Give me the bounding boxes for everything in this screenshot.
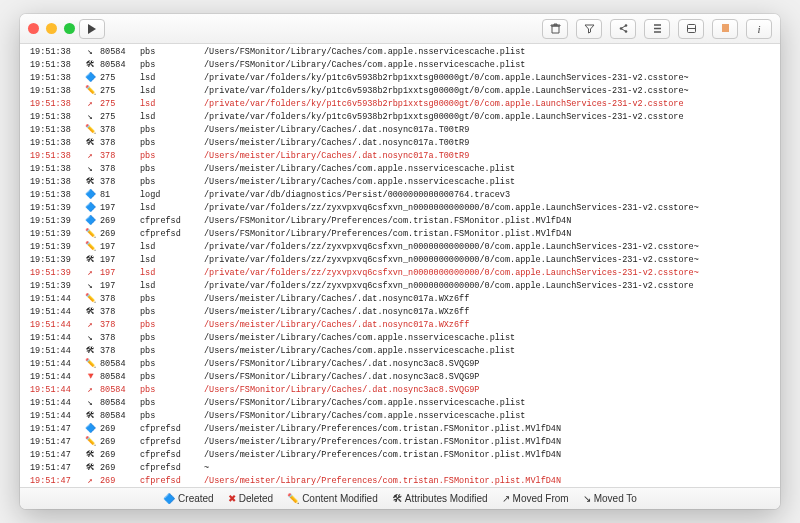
event-list[interactable]: 19:51:38↘80584pbs/Users/FSMonitor/Librar…: [20, 44, 780, 487]
event-pid: 197: [98, 280, 140, 293]
event-row[interactable]: 19:51:44↘80584pbs/Users/FSMonitor/Librar…: [30, 397, 780, 410]
event-row[interactable]: 19:51:38🔷81logd/private/var/db/diagnosti…: [30, 189, 780, 202]
event-row[interactable]: 19:51:39🔷197lsd/private/var/folders/zz/z…: [30, 202, 780, 215]
event-time: 19:51:39: [30, 254, 82, 267]
zoom-button[interactable]: [64, 23, 75, 34]
event-pid: 275: [98, 72, 140, 85]
info-button[interactable]: i: [746, 19, 772, 39]
event-row[interactable]: 19:51:44↗80584pbs/Users/FSMonitor/Librar…: [30, 384, 780, 397]
event-row[interactable]: 19:51:38🛠378pbs/Users/meister/Library/Ca…: [30, 137, 780, 150]
event-type-icon: 🔷: [82, 202, 98, 215]
event-row[interactable]: 19:51:44🛠80584pbs/Users/FSMonitor/Librar…: [30, 410, 780, 423]
event-path: /Users/meister/Library/Caches/.dat.nosyn…: [204, 137, 780, 150]
event-time: 19:51:39: [30, 215, 82, 228]
event-pid: 378: [98, 319, 140, 332]
event-pid: 378: [98, 332, 140, 345]
event-type-icon: ↗: [82, 267, 98, 280]
event-row[interactable]: 19:51:39✏️197lsd/private/var/folders/zz/…: [30, 241, 780, 254]
event-time: 19:51:44: [30, 306, 82, 319]
event-time: 19:51:38: [30, 85, 82, 98]
event-path: /private/var/folders/zz/zyxvpxvq6csfxvn_…: [204, 267, 780, 280]
event-time: 19:51:39: [30, 202, 82, 215]
event-row[interactable]: 19:51:39✏️269cfprefsd/Users/FSMonitor/Li…: [30, 228, 780, 241]
event-process: pbs: [140, 46, 204, 59]
event-pid: 269: [98, 228, 140, 241]
event-time: 19:51:44: [30, 319, 82, 332]
event-row[interactable]: 19:51:47🛠269cfprefsd/Users/meister/Libra…: [30, 449, 780, 462]
event-row[interactable]: 19:51:38🛠378pbs/Users/meister/Library/Ca…: [30, 176, 780, 189]
event-row[interactable]: 19:51:38↗275lsd/private/var/folders/ky/p…: [30, 98, 780, 111]
event-row[interactable]: 19:51:44↗378pbs/Users/meister/Library/Ca…: [30, 319, 780, 332]
event-time: 19:51:38: [30, 98, 82, 111]
event-path: /Users/meister/Library/Preferences/com.t…: [204, 449, 780, 462]
event-time: 19:51:47: [30, 449, 82, 462]
event-time: 19:51:38: [30, 46, 82, 59]
filter-button[interactable]: [576, 19, 602, 39]
event-row[interactable]: 19:51:38🔷275lsd/private/var/folders/ky/p…: [30, 72, 780, 85]
event-row[interactable]: 19:51:39↗197lsd/private/var/folders/zz/z…: [30, 267, 780, 280]
event-row[interactable]: 19:51:39↘197lsd/private/var/folders/zz/z…: [30, 280, 780, 293]
close-button[interactable]: [28, 23, 39, 34]
event-process: cfprefsd: [140, 215, 204, 228]
event-row[interactable]: 19:51:38🛠80584pbs/Users/FSMonitor/Librar…: [30, 59, 780, 72]
event-row[interactable]: 19:51:44🛠378pbs/Users/meister/Library/Ca…: [30, 345, 780, 358]
event-type-icon: 🛠: [82, 59, 98, 72]
event-row[interactable]: 19:51:39🔷269cfprefsd/Users/FSMonitor/Lib…: [30, 215, 780, 228]
legend-created: 🔷Created: [163, 493, 214, 504]
event-row[interactable]: 19:51:38↗378pbs/Users/meister/Library/Ca…: [30, 150, 780, 163]
event-process: lsd: [140, 85, 204, 98]
event-process: lsd: [140, 267, 204, 280]
event-path: /Users/FSMonitor/Library/Caches/com.appl…: [204, 410, 780, 423]
list-view-2-button[interactable]: [678, 19, 704, 39]
event-path: /private/var/db/diagnostics/Persist/0000…: [204, 189, 780, 202]
share-button[interactable]: [610, 19, 636, 39]
event-row[interactable]: 19:51:44↘378pbs/Users/meister/Library/Ca…: [30, 332, 780, 345]
event-pid: 275: [98, 85, 140, 98]
event-row[interactable]: 19:51:47🔷269cfprefsd/Users/meister/Libra…: [30, 423, 780, 436]
event-type-icon: ✏️: [82, 85, 98, 98]
event-row[interactable]: 19:51:39🛠197lsd/private/var/folders/zz/z…: [30, 254, 780, 267]
event-path: /Users/FSMonitor/Library/Caches/.dat.nos…: [204, 384, 780, 397]
event-row[interactable]: 19:51:38✏️378pbs/Users/meister/Library/C…: [30, 124, 780, 137]
event-pid: 378: [98, 293, 140, 306]
event-time: 19:51:38: [30, 137, 82, 150]
event-row[interactable]: 19:51:44✏️378pbs/Users/meister/Library/C…: [30, 293, 780, 306]
event-type-icon: ✏️: [82, 358, 98, 371]
list-view-3-button[interactable]: [712, 19, 738, 39]
event-row[interactable]: 19:51:44✏️80584pbs/Users/FSMonitor/Libra…: [30, 358, 780, 371]
event-type-icon: ✏️: [82, 436, 98, 449]
event-path: /Users/meister/Library/Preferences/com.t…: [204, 475, 780, 487]
event-row[interactable]: 19:51:47✏️269cfprefsd/Users/meister/Libr…: [30, 436, 780, 449]
event-row[interactable]: 19:51:47↗269cfprefsd/Users/meister/Libra…: [30, 475, 780, 487]
event-time: 19:51:39: [30, 267, 82, 280]
event-type-icon: ↗: [82, 319, 98, 332]
event-time: 19:51:47: [30, 423, 82, 436]
play-button[interactable]: [79, 19, 105, 39]
event-pid: 80584: [98, 46, 140, 59]
event-pid: 197: [98, 202, 140, 215]
event-process: pbs: [140, 319, 204, 332]
trash-button[interactable]: [542, 19, 568, 39]
event-row[interactable]: 19:51:38↘378pbs/Users/meister/Library/Ca…: [30, 163, 780, 176]
event-path: /Users/meister/Library/Caches/.dat.nosyn…: [204, 150, 780, 163]
event-pid: 269: [98, 215, 140, 228]
event-path: /Users/FSMonitor/Library/Preferences/com…: [204, 215, 780, 228]
event-row[interactable]: 19:51:44🛠378pbs/Users/meister/Library/Ca…: [30, 306, 780, 319]
event-row[interactable]: 19:51:38↘80584pbs/Users/FSMonitor/Librar…: [30, 46, 780, 59]
event-type-icon: 🔷: [82, 423, 98, 436]
minimize-button[interactable]: [46, 23, 57, 34]
event-pid: 275: [98, 111, 140, 124]
event-pid: 378: [98, 163, 140, 176]
event-row[interactable]: 19:51:44🔻80584pbs/Users/FSMonitor/Librar…: [30, 371, 780, 384]
event-time: 19:51:38: [30, 59, 82, 72]
event-row[interactable]: 19:51:47🛠269cfprefsd~: [30, 462, 780, 475]
event-time: 19:51:38: [30, 150, 82, 163]
event-process: pbs: [140, 384, 204, 397]
list-view-1-button[interactable]: [644, 19, 670, 39]
event-type-icon: ↘: [82, 332, 98, 345]
event-row[interactable]: 19:51:38↘275lsd/private/var/folders/ky/p…: [30, 111, 780, 124]
event-pid: 275: [98, 98, 140, 111]
event-type-icon: 🔷: [82, 72, 98, 85]
event-row[interactable]: 19:51:38✏️275lsd/private/var/folders/ky/…: [30, 85, 780, 98]
event-path: ~: [204, 462, 780, 475]
